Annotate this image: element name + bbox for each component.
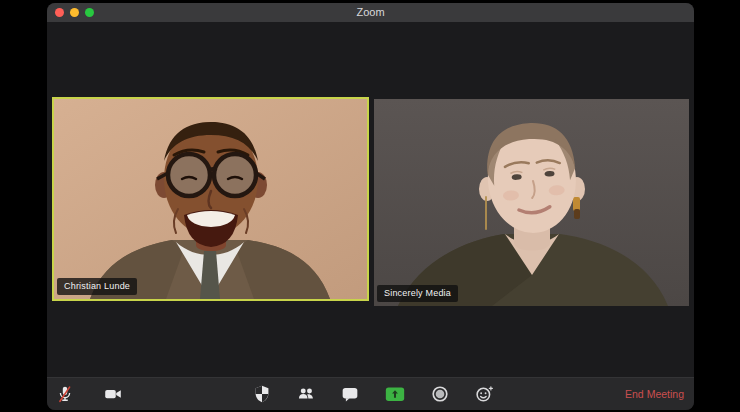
share-screen-icon — [384, 383, 406, 405]
video-button[interactable] — [101, 382, 125, 406]
shield-icon — [251, 383, 273, 405]
screen: Zoom — [0, 0, 740, 412]
participant-video-portrait — [54, 99, 367, 299]
mute-button[interactable] — [53, 382, 77, 406]
record-circle-icon — [429, 383, 451, 405]
zoom-window: Zoom — [47, 3, 694, 410]
video-gallery: Christian Lunde — [47, 22, 694, 378]
microphone-muted-icon — [54, 383, 76, 405]
chat-bubble-icon — [339, 383, 361, 405]
window-title: Zoom — [47, 3, 694, 22]
participant-video-portrait — [374, 99, 689, 306]
video-camera-icon — [102, 383, 124, 405]
record-button[interactable] — [428, 382, 452, 406]
participants-button[interactable] — [294, 382, 318, 406]
end-meeting-button[interactable]: End Meeting — [625, 378, 684, 410]
smiley-reactions-icon — [473, 383, 495, 405]
video-tile-christian-lunde[interactable]: Christian Lunde — [52, 97, 369, 301]
participant-name-label: Sincerely Media — [377, 285, 458, 302]
video-tile-sincerely-media[interactable]: Sincerely Media — [374, 99, 689, 306]
share-screen-button[interactable] — [383, 382, 407, 406]
titlebar: Zoom — [47, 3, 694, 23]
participants-icon — [295, 383, 317, 405]
meeting-toolbar: End Meeting — [47, 377, 694, 410]
chat-button[interactable] — [338, 382, 362, 406]
security-button[interactable] — [250, 382, 274, 406]
reactions-button[interactable] — [472, 382, 496, 406]
participant-name-label: Christian Lunde — [57, 278, 137, 295]
